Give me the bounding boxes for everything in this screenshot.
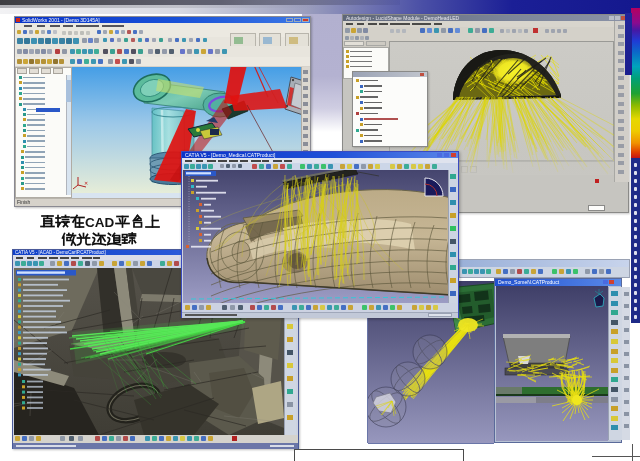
svg-text:✕: ✕ [84, 180, 88, 186]
svg-text:CAD: CAD [85, 215, 114, 230]
